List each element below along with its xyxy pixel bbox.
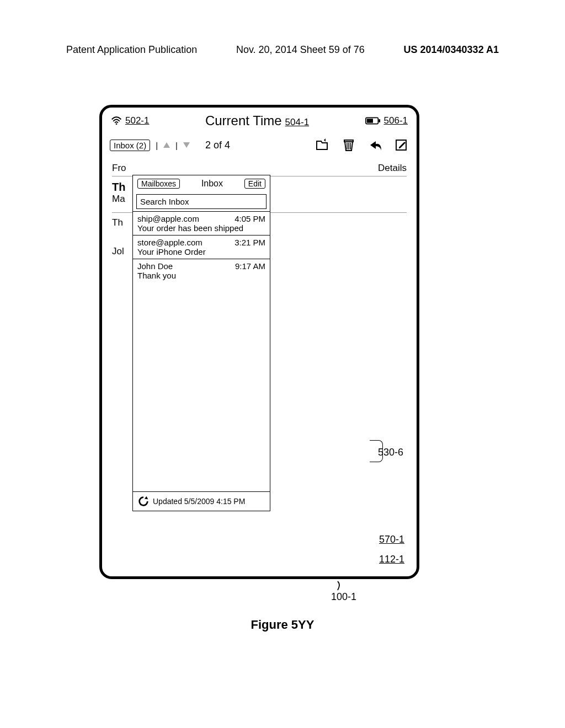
doc-header-left: Patent Application Publication: [66, 44, 197, 56]
current-time-label: Current Time: [205, 113, 282, 129]
annotation-100: 100-1: [331, 591, 356, 603]
inbox-popover: Mailboxes Inbox Edit Search Inbox ship@a…: [132, 175, 270, 511]
figure-caption: Figure 5YY: [0, 618, 565, 632]
svg-rect-3: [379, 119, 380, 122]
time: 4:05 PM: [234, 214, 265, 223]
message-list: ship@apple.com 4:05 PM Your order has be…: [133, 211, 270, 491]
svg-point-0: [116, 124, 118, 125]
toolbar-divider-2: |: [174, 141, 179, 150]
popover-footer: Updated 5/5/2009 4:15 PM: [133, 491, 270, 511]
folder-move-icon[interactable]: [315, 138, 329, 152]
battery-icon: [365, 117, 381, 125]
search-placeholder: Search Inbox: [140, 197, 189, 206]
annotation-112: 112-1: [379, 554, 404, 565]
status-left: 502-1: [111, 115, 149, 126]
time: 9:17 AM: [235, 261, 265, 271]
doc-header-center: Nov. 20, 2014 Sheet 59 of 76: [236, 44, 365, 56]
list-item[interactable]: ship@apple.com 4:05 PM Your order has be…: [133, 211, 270, 235]
reply-icon[interactable]: [368, 138, 382, 152]
subject: Thank you: [137, 271, 265, 280]
toolbar-divider: |: [154, 141, 159, 150]
ref-506: 506-1: [384, 115, 408, 126]
updated-label: Updated 5/5/2009 4:15 PM: [153, 497, 245, 506]
compose-icon[interactable]: [395, 138, 409, 152]
ref-504: 504-1: [285, 117, 309, 128]
wifi-icon: [111, 116, 122, 125]
list-item[interactable]: store@apple.com 3:21 PM Your iPhone Orde…: [133, 235, 270, 259]
doc-header: Patent Application Publication Nov. 20, …: [0, 44, 565, 56]
list-item[interactable]: John Doe 9:17 AM Thank you: [133, 259, 270, 282]
details-link[interactable]: Details: [378, 163, 407, 174]
status-bar: 502-1 Current Time 504-1 506-1: [102, 108, 417, 131]
status-right: 506-1: [365, 115, 408, 126]
annotation-570: 570-1: [379, 534, 404, 545]
subject: Your order has been shipped: [137, 223, 265, 233]
svg-rect-7: [344, 140, 353, 142]
trash-icon[interactable]: [342, 138, 356, 152]
msg-counter: 2 of 4: [205, 140, 230, 151]
popover-header: Mailboxes Inbox Edit: [133, 175, 270, 192]
sender: store@apple.com: [137, 238, 202, 247]
subject: Your iPhone Order: [137, 247, 265, 256]
callout-hook-icon: [335, 580, 347, 591]
from-row: Fro Details: [102, 155, 417, 176]
edit-button[interactable]: Edit: [244, 179, 265, 189]
annotation-530: 530-6: [378, 447, 403, 458]
ref-502: 502-1: [125, 115, 149, 126]
from-label: Fro: [112, 163, 126, 174]
popover-title: Inbox: [201, 179, 223, 189]
time: 3:21 PM: [234, 238, 265, 247]
sender: John Doe: [137, 261, 173, 271]
inbox-button[interactable]: Inbox (2): [110, 140, 150, 151]
next-msg-icon[interactable]: [183, 142, 190, 148]
svg-rect-2: [366, 119, 372, 122]
search-input[interactable]: Search Inbox: [136, 194, 266, 209]
sender: ship@apple.com: [137, 214, 199, 223]
mail-toolbar: Inbox (2) | | 2 of 4: [102, 131, 417, 155]
device-frame: 502-1 Current Time 504-1 506-1 Inbox (2)…: [99, 105, 419, 579]
prev-msg-icon[interactable]: [163, 142, 170, 148]
mailboxes-button[interactable]: Mailboxes: [137, 179, 180, 189]
doc-header-right: US 2014/0340332 A1: [404, 44, 499, 56]
status-center: Current Time 504-1: [205, 113, 309, 129]
refresh-icon[interactable]: [137, 495, 150, 507]
